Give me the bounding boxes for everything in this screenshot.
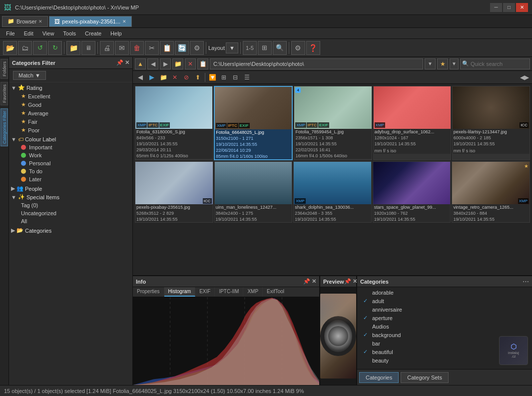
thumb-cell-1[interactable]: XMP IPTC EXIF Fotolia_66648025_L.jpg 315… — [214, 86, 293, 160]
tab-image[interactable]: 🖼 pexels-pixabay-23561... ✕ — [49, 16, 132, 27]
sidebar-favorites-tab[interactable]: Favorites — [0, 82, 8, 105]
tree-item-todo[interactable]: To do — [9, 167, 132, 175]
info-close-icon[interactable]: ✕ — [312, 278, 316, 285]
menu-tools[interactable]: Tools — [59, 29, 80, 37]
thumb-cell-8[interactable]: stars_space_glow_planet_99... 1920x1080 … — [373, 161, 451, 223]
nav2-list-btn[interactable]: ☰ — [241, 72, 252, 82]
cat-item-aperture[interactable]: ✓ aperture — [357, 314, 532, 322]
nav-paste-btn[interactable]: 📋 — [197, 58, 208, 69]
tree-rating-header[interactable]: ▼ ⭐ Rating — [9, 83, 132, 92]
tab-browser[interactable]: 📁 Browser ✕ — [2, 16, 48, 27]
tree-item-uncategorized[interactable]: Uncategorized — [9, 209, 132, 217]
tree-item-excellent[interactable]: ★ Excellent — [9, 92, 132, 100]
nav2-newfolder-btn[interactable]: 📁 — [158, 72, 169, 82]
tb-convert-btn[interactable]: 🔄 — [175, 41, 189, 55]
tree-item-work[interactable]: Work — [9, 151, 132, 159]
tb-layout-dropdown-btn[interactable]: ▼ — [226, 42, 238, 53]
tree-item-all[interactable]: All — [9, 217, 132, 225]
tree-item-important[interactable]: Important — [9, 143, 132, 151]
tb-newwindow-btn[interactable]: 🖥 — [81, 41, 95, 55]
menu-help[interactable]: Help — [106, 29, 126, 37]
tb-mail-btn[interactable]: ✉ — [115, 41, 129, 55]
menu-create[interactable]: Create — [81, 29, 105, 37]
tab-image-close-icon[interactable]: ✕ — [122, 19, 126, 24]
tb-print-btn[interactable]: 🖨 — [100, 41, 114, 55]
tree-colour-header[interactable]: ▼ 🏷 Colour Label — [9, 135, 132, 143]
cat-item-adult[interactable]: ✓ adult — [357, 297, 532, 305]
tb-open-btn[interactable]: 📂 — [3, 41, 17, 55]
preview-close-icon[interactable]: ✕ — [353, 278, 357, 285]
tb-settings-btn[interactable]: ⚙ — [291, 41, 305, 55]
category-sets-btn[interactable]: Category Sets — [401, 372, 449, 383]
nav-folder-btn[interactable]: 📁 — [172, 58, 183, 69]
tb-move-btn[interactable]: 📋 — [160, 41, 174, 55]
tree-item-poor[interactable]: ★ Poor — [9, 126, 132, 134]
tab-iptc[interactable]: IPTC-IIM — [215, 287, 243, 297]
thumb-cell-3[interactable]: XMP adybug_drop_surface_1062... 1280x102… — [373, 86, 451, 160]
thumb-cell-2[interactable]: 4 XMP IPTC EXIF Fotolia_78599454_L.jpg 2… — [294, 86, 372, 160]
tab-exiftool[interactable]: ExifTool — [263, 287, 288, 297]
menu-view[interactable]: View — [38, 29, 58, 37]
categories-btn[interactable]: Categories — [359, 372, 399, 383]
tb-refresh-btn[interactable]: ↺ — [33, 41, 47, 55]
tb-sort-btn[interactable]: 1-5 — [243, 41, 257, 55]
nav2-delete-btn[interactable]: ✕ — [169, 72, 180, 82]
nav2-back-btn[interactable]: ◀ — [135, 72, 146, 82]
nav2-move-btn[interactable]: ⬆ — [192, 72, 203, 82]
tb-help-btn[interactable]: ❓ — [306, 41, 320, 55]
cat-filter-close-icon[interactable]: ✕ — [125, 59, 129, 66]
nav-up-btn[interactable]: ▲ — [135, 58, 146, 69]
nav2-grid-btn[interactable]: ⊟ — [230, 72, 241, 82]
tree-item-fair[interactable]: ★ Fair — [9, 117, 132, 126]
tb-batch-btn[interactable]: ⚙ — [190, 41, 204, 55]
minimize-btn[interactable]: ─ — [490, 3, 502, 12]
tab-exif[interactable]: EXIF — [195, 287, 215, 297]
thumb-cell-4[interactable]: ICC pexels-lilartsy-1213447.jpg 6000x400… — [452, 86, 530, 160]
sidebar-categories-tab[interactable]: Categories Filter — [0, 108, 8, 146]
tree-item-average[interactable]: ★ Average — [9, 109, 132, 117]
nav2-filter-btn[interactable]: 🔽 — [207, 72, 218, 82]
address-dropdown-btn[interactable]: ▼ — [425, 58, 436, 69]
close-btn[interactable]: ✕ — [516, 3, 528, 12]
match-button[interactable]: Match ▼ — [13, 71, 46, 80]
info-pin-icon[interactable]: 📌 — [303, 278, 310, 285]
tb-browser-btn[interactable]: 🗂 — [18, 41, 32, 55]
tree-categories-header[interactable]: ▶ 📂 Categories — [9, 226, 132, 235]
tree-item-tag[interactable]: Tag (0) — [9, 201, 132, 209]
tab-close-icon[interactable]: ✕ — [38, 19, 42, 24]
sidebar-folders-tab[interactable]: Folders — [0, 59, 8, 79]
tb-folder-btn[interactable]: 📁 — [66, 41, 80, 55]
maximize-btn[interactable]: □ — [503, 3, 515, 12]
menu-edit[interactable]: Edit — [20, 29, 37, 37]
thumb-cell-6[interactable]: uins_man_loneliness_12427... 3840x2400 -… — [214, 161, 293, 223]
preview-pin-icon[interactable]: 📌 — [344, 278, 351, 285]
thumb-cell-7[interactable]: XMP shark_dolphin_sea_130036... 2364x204… — [293, 161, 372, 223]
tree-people-header[interactable]: ▶ 👥 People — [9, 184, 132, 193]
nav-forward-btn[interactable]: ▶ — [160, 58, 171, 69]
tree-item-personal[interactable]: Personal — [9, 159, 132, 167]
nav-delete-btn[interactable]: ✕ — [185, 58, 196, 69]
nav2-view-btn[interactable]: ⊞ — [218, 72, 229, 82]
tree-special-header[interactable]: ▼ ✨ Special Items — [9, 193, 132, 201]
search-input[interactable] — [460, 58, 530, 69]
address-input[interactable] — [210, 58, 423, 69]
tb-refresh2-btn[interactable]: ↻ — [48, 41, 62, 55]
cat-item-audios[interactable]: ✓ Audios — [357, 322, 532, 331]
bookmark-dropdown-btn[interactable]: ▼ — [450, 58, 459, 69]
nav2-collapse-btn[interactable]: ◀▶ — [519, 72, 530, 82]
menu-file[interactable]: File — [2, 29, 19, 37]
tab-histogram[interactable]: Histogram — [164, 287, 196, 297]
tab-properties[interactable]: Properties — [133, 287, 164, 297]
tb-zoom-btn[interactable]: 🔍 — [273, 41, 287, 55]
cat-options-btn[interactable]: ⋯ — [523, 278, 529, 285]
nav-back-btn[interactable]: ◀ — [147, 58, 158, 69]
tb-cut-btn[interactable]: ✂ — [145, 41, 159, 55]
cat-filter-pin-icon[interactable]: 📌 — [116, 59, 123, 66]
cat-item-adorable[interactable]: ✓ adorable — [357, 288, 532, 297]
tree-item-good[interactable]: ★ Good — [9, 100, 132, 109]
thumb-cell-9[interactable]: ★ XMP vintage_retro_camera_1265... 3840x… — [452, 161, 530, 223]
tb-viewmode-btn[interactable]: ⊞ — [258, 41, 272, 55]
cat-item-anniversaire[interactable]: ✓ anniversaire — [357, 305, 532, 314]
nav2-forward-btn[interactable]: ▶ — [146, 72, 157, 82]
bookmark-btn[interactable]: ★ — [437, 58, 448, 69]
